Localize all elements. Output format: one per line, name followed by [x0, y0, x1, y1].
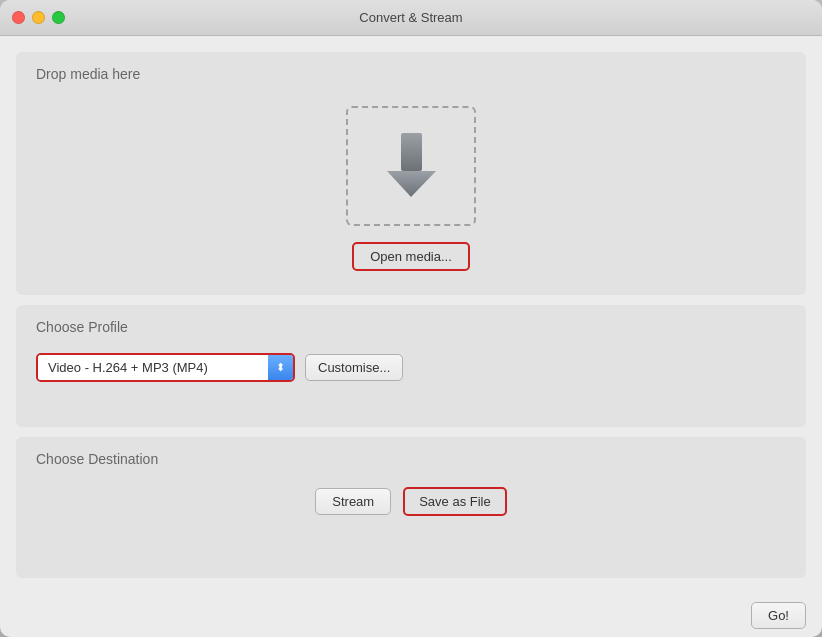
- open-media-button[interactable]: Open media...: [352, 242, 470, 271]
- profile-section-title: Choose Profile: [36, 319, 786, 335]
- drop-media-section: Drop media here: [16, 52, 806, 295]
- customise-button[interactable]: Customise...: [305, 354, 403, 381]
- drop-area-inner: Open media...: [36, 96, 786, 281]
- download-arrow-icon: [379, 129, 444, 204]
- close-button[interactable]: [12, 11, 25, 24]
- minimize-button[interactable]: [32, 11, 45, 24]
- profile-controls: Video - H.264 + MP3 (MP4) Video - H.265 …: [36, 349, 786, 386]
- destination-controls: Stream Save as File: [36, 481, 786, 522]
- drop-media-title: Drop media here: [36, 66, 786, 82]
- maximize-button[interactable]: [52, 11, 65, 24]
- profile-select[interactable]: Video - H.264 + MP3 (MP4) Video - H.265 …: [38, 355, 268, 380]
- bottom-bar: Go!: [0, 594, 822, 637]
- go-button[interactable]: Go!: [751, 602, 806, 629]
- titlebar: Convert & Stream: [0, 0, 822, 36]
- save-as-file-button[interactable]: Save as File: [403, 487, 507, 516]
- window-controls: [12, 11, 65, 24]
- window-title: Convert & Stream: [359, 10, 462, 25]
- drop-zone[interactable]: [346, 106, 476, 226]
- profile-select-wrapper[interactable]: Video - H.264 + MP3 (MP4) Video - H.265 …: [36, 353, 295, 382]
- choose-profile-section: Choose Profile Video - H.264 + MP3 (MP4)…: [16, 305, 806, 427]
- choose-destination-section: Choose Destination Stream Save as File: [16, 437, 806, 578]
- destination-section-title: Choose Destination: [36, 451, 786, 467]
- main-content: Drop media here: [0, 36, 822, 594]
- svg-marker-1: [387, 171, 436, 197]
- app-window: Convert & Stream Drop media here: [0, 0, 822, 637]
- stream-button[interactable]: Stream: [315, 488, 391, 515]
- svg-rect-0: [401, 133, 422, 171]
- select-arrow-icon: ⬍: [268, 355, 293, 380]
